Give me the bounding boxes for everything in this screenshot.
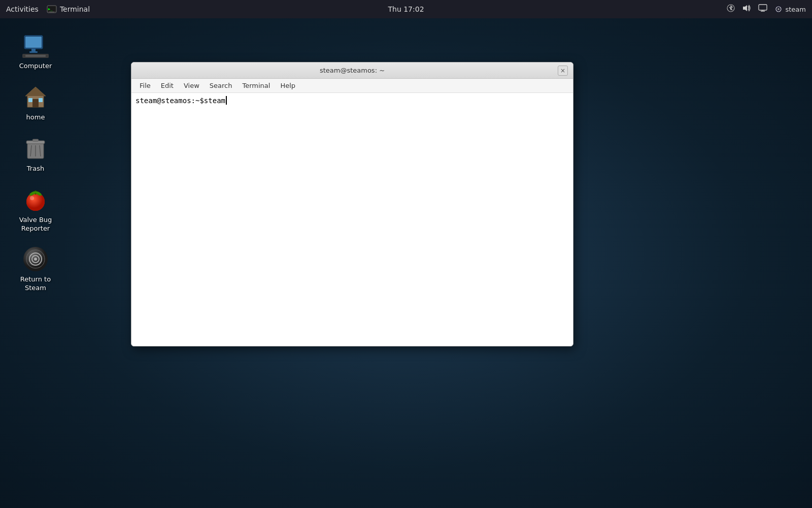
svg-rect-2 <box>49 12 54 13</box>
svg-rect-15 <box>31 49 36 51</box>
steam-username: steam <box>786 6 806 13</box>
desktop: Activities ▶_ Terminal Thu 17:02 <box>0 0 812 508</box>
trash-icon <box>22 135 49 162</box>
terminal-menu-search[interactable]: Search <box>206 81 236 90</box>
svg-rect-26 <box>32 139 39 141</box>
svg-text:▶_: ▶_ <box>48 7 53 11</box>
svg-point-11 <box>777 8 780 10</box>
steam-topbar-icon <box>774 5 783 13</box>
return-to-steam-icon-label: Return to Steam <box>9 275 62 293</box>
sound-icon[interactable] <box>742 4 751 14</box>
terminal-prompt-line: steam@steamos:~$ steam <box>136 96 569 105</box>
svg-rect-16 <box>29 51 38 53</box>
topbar-steam-indicator[interactable]: steam <box>774 5 806 13</box>
terminal-menu-file[interactable]: File <box>136 81 155 90</box>
svg-marker-20 <box>25 87 46 96</box>
svg-rect-21 <box>32 99 39 107</box>
topbar-appname: ▶_ Terminal <box>47 4 90 14</box>
trash-icon-label: Trash <box>27 165 44 173</box>
svg-point-39 <box>34 258 37 261</box>
terminal-command-text: steam <box>204 97 225 105</box>
terminal-topbar-icon: ▶_ <box>47 4 57 14</box>
terminal-title: steam@steamos: ~ <box>320 67 385 74</box>
desktop-icons: Computer home <box>0 18 71 307</box>
computer-icon-label: Computer <box>19 62 52 71</box>
home-icon-label: home <box>26 113 45 122</box>
topbar-left: Activities ▶_ Terminal <box>6 4 90 14</box>
terminal-titlebar: steam@steamos: ~ × <box>131 62 573 79</box>
terminal-window: steam@steamos: ~ × File Edit View Search… <box>131 62 573 346</box>
desktop-icon-computer[interactable]: Computer <box>5 28 66 75</box>
topbar-clock: Thu 17:02 <box>388 5 424 13</box>
terminal-cursor <box>226 96 227 105</box>
terminal-menubar: File Edit View Search Terminal Help <box>131 79 573 93</box>
svg-point-35 <box>30 196 34 200</box>
home-icon <box>22 84 49 110</box>
valve-bug-reporter-icon <box>22 186 49 213</box>
desktop-icon-valve-bug-reporter[interactable]: Valve Bug Reporter <box>5 182 66 237</box>
desktop-icon-return-to-steam[interactable]: Return to Steam <box>5 242 66 297</box>
display-icon[interactable] <box>758 4 767 14</box>
svg-rect-23 <box>39 98 43 102</box>
topbar: Activities ▶_ Terminal Thu 17:02 <box>0 0 812 18</box>
terminal-menu-terminal[interactable]: Terminal <box>238 81 274 90</box>
svg-rect-18 <box>25 55 46 57</box>
return-to-steam-icon <box>22 246 49 272</box>
valve-bug-reporter-icon-label: Valve Bug Reporter <box>9 216 62 233</box>
topbar-right: steam <box>727 4 806 14</box>
svg-rect-14 <box>25 37 42 48</box>
topbar-terminal-label: Terminal <box>60 5 90 13</box>
terminal-menu-view[interactable]: View <box>180 81 204 90</box>
svg-point-31 <box>26 193 45 211</box>
terminal-menu-help[interactable]: Help <box>276 81 299 90</box>
svg-marker-5 <box>743 5 747 11</box>
terminal-body[interactable]: steam@steamos:~$ steam <box>131 93 573 346</box>
terminal-menu-edit[interactable]: Edit <box>157 81 178 90</box>
terminal-close-button[interactable]: × <box>558 66 568 76</box>
desktop-icon-trash[interactable]: Trash <box>5 131 66 177</box>
computer-icon <box>22 33 49 59</box>
desktop-icon-home[interactable]: home <box>5 80 66 126</box>
bluetooth-icon[interactable] <box>727 4 735 14</box>
svg-rect-22 <box>28 98 32 102</box>
terminal-prompt-text: steam@steamos:~$ <box>136 97 204 105</box>
svg-rect-6 <box>759 5 767 10</box>
activities-button[interactable]: Activities <box>6 5 39 13</box>
